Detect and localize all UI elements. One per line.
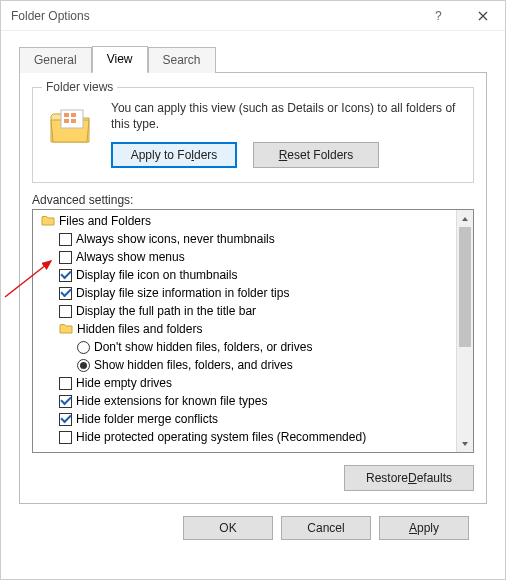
- folder-views-icon: [45, 100, 97, 152]
- tree-group-hidden: Hidden files and folders: [37, 320, 452, 338]
- opt-display-file-size-tips[interactable]: Display file size information in folder …: [37, 284, 452, 302]
- folder-icon: [41, 213, 55, 230]
- scrollbar[interactable]: [456, 210, 473, 452]
- checkbox-icon: [59, 305, 72, 318]
- folder-icon: [59, 321, 73, 338]
- tree-group: Files and Folders: [37, 212, 452, 230]
- scroll-thumb[interactable]: [459, 227, 471, 347]
- opt-hide-extensions[interactable]: Hide extensions for known file types: [37, 392, 452, 410]
- svg-rect-2: [64, 113, 69, 117]
- checkbox-icon: [59, 377, 72, 390]
- opt-always-show-icons[interactable]: Always show icons, never thumbnails: [37, 230, 452, 248]
- tree-group-label: Files and Folders: [59, 214, 151, 228]
- checkbox-icon: [59, 233, 72, 246]
- ok-button[interactable]: OK: [183, 516, 273, 540]
- apply-button[interactable]: Apply: [379, 516, 469, 540]
- tab-general[interactable]: General: [19, 47, 92, 73]
- advanced-settings-box: Files and Folders Always show icons, nev…: [32, 209, 474, 453]
- tab-panel-view: Folder views Yo: [19, 72, 487, 504]
- window-title: Folder Options: [11, 9, 417, 23]
- scroll-track[interactable]: [457, 227, 473, 435]
- scroll-up-button[interactable]: [457, 210, 473, 227]
- opt-always-show-menus[interactable]: Always show menus: [37, 248, 452, 266]
- folder-views-label: Folder views: [42, 80, 117, 94]
- tab-view[interactable]: View: [92, 46, 148, 73]
- close-button[interactable]: [461, 1, 505, 31]
- checkbox-icon: [59, 269, 72, 282]
- help-button[interactable]: ?: [417, 1, 461, 31]
- svg-text:?: ?: [435, 10, 442, 22]
- advanced-settings-label: Advanced settings:: [32, 193, 474, 207]
- titlebar: Folder Options ?: [1, 1, 505, 31]
- checkbox-icon: [59, 431, 72, 444]
- cancel-button[interactable]: Cancel: [281, 516, 371, 540]
- restore-defaults-button[interactable]: Restore Defaults: [344, 465, 474, 491]
- apply-to-folders-button[interactable]: Apply to Folders: [111, 142, 237, 168]
- svg-rect-5: [71, 119, 76, 123]
- checkbox-icon: [59, 287, 72, 300]
- checkbox-icon: [59, 251, 72, 264]
- opt-full-path-titlebar[interactable]: Display the full path in the title bar: [37, 302, 452, 320]
- svg-rect-4: [64, 119, 69, 123]
- opt-hide-protected-os-files[interactable]: Hide protected operating system files (R…: [37, 428, 452, 446]
- folder-views-desc: You can apply this view (such as Details…: [111, 100, 461, 132]
- reset-folders-button[interactable]: Reset Folders: [253, 142, 379, 168]
- client-area: General View Search Folder views: [1, 31, 505, 579]
- dialog-button-row: OK Cancel Apply: [19, 504, 487, 540]
- opt-dont-show-hidden[interactable]: Don't show hidden files, folders, or dri…: [37, 338, 452, 356]
- radio-icon: [77, 341, 90, 354]
- scroll-down-button[interactable]: [457, 435, 473, 452]
- opt-display-file-icon[interactable]: Display file icon on thumbnails: [37, 266, 452, 284]
- tabs: General View Search: [19, 45, 487, 72]
- checkbox-icon: [59, 395, 72, 408]
- checkbox-icon: [59, 413, 72, 426]
- svg-rect-3: [71, 113, 76, 117]
- advanced-settings-list[interactable]: Files and Folders Always show icons, nev…: [33, 210, 456, 452]
- opt-hide-empty-drives[interactable]: Hide empty drives: [37, 374, 452, 392]
- tree-group-hidden-label: Hidden files and folders: [77, 322, 202, 336]
- folder-options-window: Folder Options ? General View Search Fol…: [0, 0, 506, 580]
- opt-hide-merge-conflicts[interactable]: Hide folder merge conflicts: [37, 410, 452, 428]
- opt-show-hidden[interactable]: Show hidden files, folders, and drives: [37, 356, 452, 374]
- folder-views-group: Folder views Yo: [32, 87, 474, 183]
- tab-search[interactable]: Search: [148, 47, 216, 73]
- radio-icon: [77, 359, 90, 372]
